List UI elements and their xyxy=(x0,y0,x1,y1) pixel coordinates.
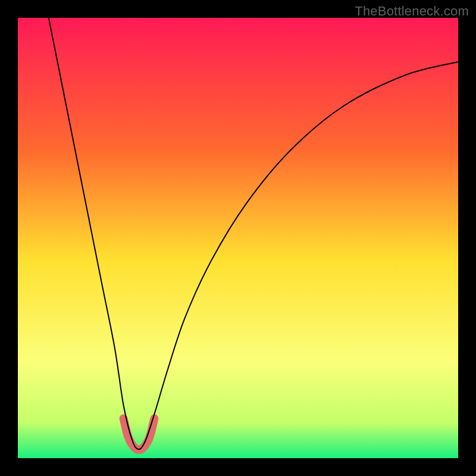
chart-container: TheBottleneck.com xyxy=(0,0,476,476)
watermark-label: TheBottleneck.com xyxy=(355,4,469,19)
gradient-background xyxy=(18,18,458,458)
chart-svg xyxy=(18,18,458,458)
plot-area xyxy=(18,18,458,458)
